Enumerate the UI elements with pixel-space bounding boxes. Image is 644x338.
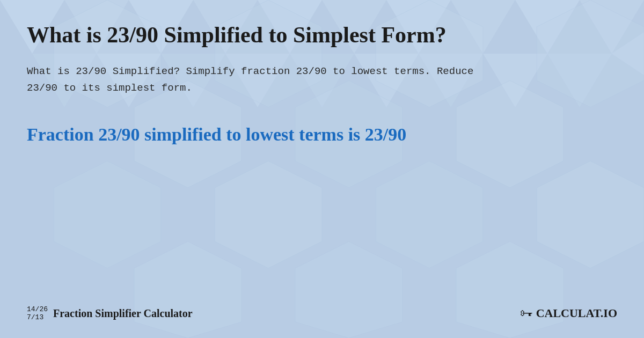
footer: 14/26 7/13 Fraction Simplifier Calculato… (27, 300, 617, 322)
page-content: What is 23/90 Simplified to Simplest For… (0, 0, 644, 338)
logo-text: CALCULAT.IO (536, 306, 617, 320)
footer-fractions: 14/26 7/13 (27, 305, 48, 322)
footer-left: 14/26 7/13 Fraction Simplifier Calculato… (27, 305, 193, 322)
page-description: What is 23/90 Simplified? Simplify fract… (27, 63, 488, 96)
key-icon: 🗝 (520, 306, 533, 321)
page-title: What is 23/90 Simplified to Simplest For… (27, 21, 510, 48)
fraction-top: 14/26 (27, 305, 48, 314)
footer-brand-label: Fraction Simplifier Calculator (53, 307, 193, 320)
result-heading: Fraction 23/90 simplified to lowest term… (27, 123, 499, 146)
fraction-bottom: 7/13 (27, 313, 48, 322)
main-section: What is 23/90 Simplified to Simplest For… (27, 21, 617, 300)
footer-logo: 🗝 CALCULAT.IO (520, 306, 617, 321)
